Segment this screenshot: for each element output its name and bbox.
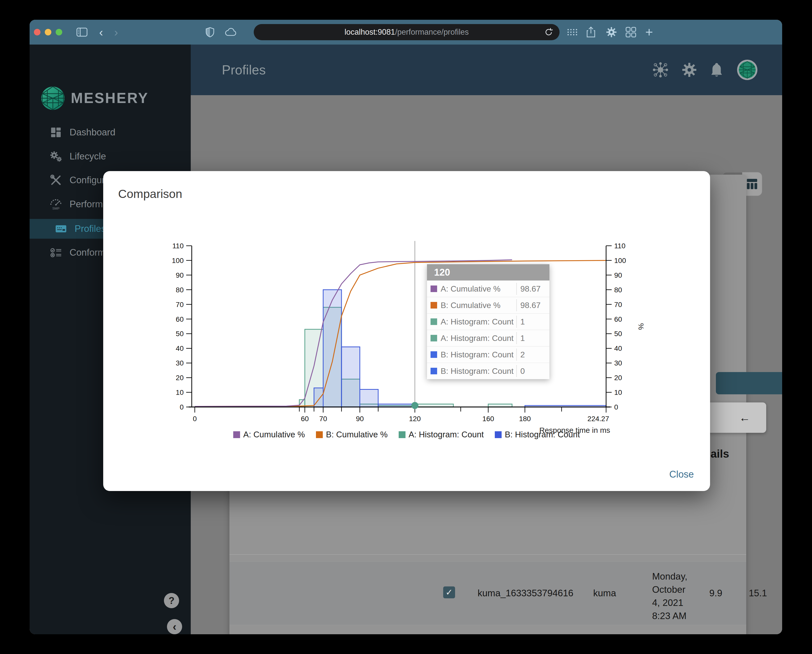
svg-text:10: 10 <box>176 388 184 396</box>
svg-text:60: 60 <box>614 315 622 323</box>
legend-item[interactable]: A: Cumulative % <box>233 430 305 439</box>
sidebar-item-dashboard[interactable]: Dashboard <box>30 122 191 142</box>
divider <box>229 554 746 555</box>
profile-name: kuma_1633353794616 <box>478 588 574 599</box>
svg-text:60: 60 <box>301 415 308 423</box>
svg-text:90: 90 <box>176 271 184 279</box>
svg-text:20: 20 <box>176 374 184 382</box>
new-tab-icon[interactable]: + <box>645 24 653 40</box>
extensions-grid-icon[interactable] <box>566 28 578 37</box>
svg-text:110: 110 <box>172 242 184 250</box>
svg-text:224.27: 224.27 <box>588 415 609 423</box>
mesh-name: kuma <box>593 588 616 599</box>
back-arrow-icon[interactable]: ← <box>739 411 750 424</box>
details-text-fragment: ails <box>711 448 729 460</box>
svg-text:80: 80 <box>176 286 184 294</box>
svg-text:100: 100 <box>614 257 626 264</box>
meshery-logo[interactable] <box>41 86 65 112</box>
page-title: Profiles <box>222 62 266 78</box>
series-swatch <box>430 335 437 341</box>
tooltip-row: A: Cumulative %98.67 <box>427 280 549 297</box>
close-button[interactable]: Close <box>669 469 694 480</box>
legend-swatch <box>316 431 323 438</box>
settings-gear-icon[interactable] <box>606 27 617 38</box>
tooltip-row: B: Histogram: Count0 <box>427 363 549 379</box>
zoom-window-button[interactable] <box>56 29 62 35</box>
svg-text:%: % <box>637 323 645 330</box>
run-test-button[interactable]: Test <box>716 372 782 394</box>
share-icon[interactable] <box>586 27 596 38</box>
user-avatar[interactable] <box>737 59 758 81</box>
dashboard-icon <box>49 126 63 139</box>
sidebar-item-label: Dashboard <box>70 127 115 138</box>
sidebar-item-label: Profiles <box>75 223 106 234</box>
comparison-modal: Comparison 00101020203030404050506060707… <box>103 171 710 491</box>
chart-tooltip: 120 A: Cumulative %98.67 B: Cumulative %… <box>427 264 549 379</box>
svg-text:180: 180 <box>519 415 531 423</box>
tooltip-row: A: Histogram: Count1 <box>427 330 549 346</box>
test-date: Monday, October 4, 2021 8:23 AM <box>652 570 687 623</box>
close-window-button[interactable] <box>34 29 40 35</box>
series-swatch <box>430 318 437 325</box>
performance-speedometer-icon: SMP <box>49 198 63 211</box>
privacy-shield-icon[interactable] <box>206 27 214 37</box>
legend-swatch <box>495 431 502 438</box>
svg-text:0: 0 <box>614 403 618 411</box>
configuration-tools-icon <box>49 174 63 187</box>
help-button[interactable]: ? <box>164 593 179 608</box>
series-swatch <box>430 286 437 292</box>
svg-text:30: 30 <box>176 359 184 367</box>
tooltip-row: B: Cumulative %98.67 <box>427 297 549 313</box>
svg-text:90: 90 <box>356 415 364 423</box>
svg-text:40: 40 <box>614 344 622 352</box>
svg-text:100: 100 <box>172 257 184 264</box>
tooltip-row: B: Histogram: Count2 <box>427 346 549 363</box>
legend-item[interactable]: A: Histogram: Count <box>399 430 484 439</box>
series-swatch <box>430 302 437 309</box>
cloud-icon[interactable] <box>225 28 237 37</box>
svg-text:SMP: SMP <box>52 206 60 210</box>
series-swatch <box>430 351 437 358</box>
notifications-bell-icon[interactable] <box>710 62 723 78</box>
minimize-window-button[interactable] <box>45 29 51 35</box>
legend-item[interactable]: B: Cumulative % <box>316 430 388 439</box>
reload-icon[interactable] <box>544 28 553 37</box>
back-button[interactable]: ‹ <box>99 25 103 39</box>
browser-toolbar: ‹ › localhost:9081/performance/profiles … <box>30 20 782 44</box>
svg-text:50: 50 <box>176 330 184 338</box>
brand-name[interactable]: MESHERY <box>71 90 149 106</box>
svg-text:30: 30 <box>614 359 622 367</box>
tab-overview-icon[interactable] <box>626 27 636 37</box>
chart-legend: A: Cumulative % B: Cumulative % A: Histo… <box>103 430 710 439</box>
row-checkbox[interactable]: ✓ <box>443 587 455 598</box>
url-path: /performance/profiles <box>395 28 469 37</box>
qps-value: 9.9 <box>709 588 722 599</box>
tooltip-row: A: Histogram: Count1 <box>427 313 549 330</box>
forward-button[interactable]: › <box>114 25 118 39</box>
address-bar[interactable]: localhost:9081/performance/profiles <box>254 24 560 40</box>
screen: ‹ › localhost:9081/performance/profiles … <box>0 0 812 654</box>
browser-window: ‹ › localhost:9081/performance/profiles … <box>30 20 782 634</box>
tooltip-header: 120 <box>427 264 549 280</box>
comparison-chart[interactable]: 0010102020303040405050606070708080909010… <box>103 171 710 491</box>
legend-swatch <box>233 431 240 438</box>
sidebar-toggle-icon[interactable] <box>76 28 87 37</box>
svg-text:160: 160 <box>482 415 494 423</box>
svg-text:70: 70 <box>614 301 622 309</box>
table-row[interactable]: ✓ kuma_1633353794616 kuma Monday, Octobe… <box>229 561 746 625</box>
mesh-adapters-icon[interactable] <box>652 61 669 78</box>
legend-item[interactable]: B: Histogram: Count <box>495 430 580 439</box>
svg-text:80: 80 <box>614 286 622 294</box>
sidebar-item-lifecycle[interactable]: Lifecycle <box>30 147 191 166</box>
svg-text:90: 90 <box>614 271 622 279</box>
legend-swatch <box>399 431 406 438</box>
svg-text:70: 70 <box>176 301 184 309</box>
svg-text:70: 70 <box>319 415 327 423</box>
collapse-sidebar-button[interactable]: ‹ <box>167 619 182 634</box>
app-header: Profiles <box>191 44 782 95</box>
svg-text:20: 20 <box>614 374 622 382</box>
sidebar-item-label: Lifecycle <box>70 151 106 162</box>
svg-text:50: 50 <box>614 330 622 338</box>
settings-gear-icon[interactable] <box>682 63 697 77</box>
svg-text:110: 110 <box>614 242 626 250</box>
